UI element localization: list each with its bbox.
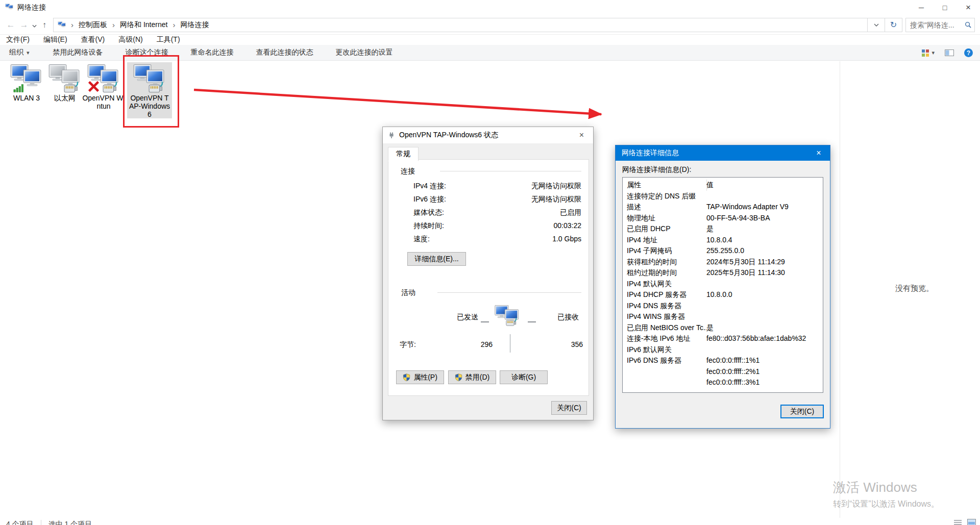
menu-item[interactable]: 查看(V) [81,35,105,44]
details-row[interactable]: 描述 TAP-Windows Adapter V9 [623,202,823,213]
details-row[interactable]: IPv4 默认网关 [623,279,823,290]
wifi-adapter-icon [10,64,43,93]
adapter-label: WLAN 3 [13,94,40,102]
menu-item[interactable]: 编辑(E) [43,35,67,44]
details-dialog-title: 网络连接详细信息 [622,148,679,158]
properties-button[interactable]: 属性(P) [396,370,444,384]
details-button[interactable]: 详细信息(E)... [407,252,466,266]
details-row[interactable]: IPv4 DHCP 服务器 10.8.0.0 [623,289,823,301]
details-row[interactable]: IPv4 WINS 服务器 [623,311,823,322]
preview-empty-text: 没有预览。 [895,284,934,293]
toolbar-command[interactable]: 查看此连接的状态 [256,48,313,57]
breadcrumb[interactable]: › 控制面板 › 网络和 Internet › 网络连接 ↻ [53,18,902,32]
breadcrumb-control-panel[interactable]: 控制面板 [79,20,107,30]
sent-label: 已发送 [457,313,478,322]
status-row: IPv6 连接: 无网络访问权限 [413,195,581,204]
details-row[interactable]: 获得租约的时间 2024年5月30日 11:14:29 [623,257,823,268]
search-box[interactable] [905,18,975,32]
ethernet-adapter-icon [48,64,81,93]
maximize-button[interactable]: □ [933,0,957,15]
details-row[interactable]: IPv4 子网掩码 255.255.0.0 [623,245,823,257]
window-title: 网络连接 [17,3,46,12]
selected-count: 选中 1 个项目 [41,520,92,525]
status-dialog-close-icon[interactable]: × [570,127,593,143]
bytes-divider [510,334,510,353]
details-list-label: 网络连接详细信息(D): [622,165,691,174]
preview-pane-divider[interactable] [840,61,840,518]
status-row: 持续时间: 00:03:22 [413,221,581,231]
details-row[interactable]: fec0:0:0:ffff::3%1 [623,377,823,388]
disable-button[interactable]: 禁用(D) [448,370,496,384]
details-row[interactable]: 物理地址 00-FF-5A-94-3B-BA [623,213,823,224]
activate-windows-watermark: 激活 Windows 转到“设置”以激活 Windows。 [833,479,939,510]
details-row[interactable]: 已启用 NetBIOS over Tc... 是 [623,322,823,334]
organize-button[interactable]: 组织 ▾ [9,48,30,57]
items-count: 4 个项目 [6,520,34,525]
preview-pane-button[interactable] [945,49,954,56]
crumb-separator-icon: › [71,20,74,29]
value-column-header: 值 [706,180,823,191]
address-dropdown-button[interactable] [867,18,885,32]
details-row[interactable]: IPv6 默认网关 [623,344,823,356]
menu-item[interactable]: 工具(T) [157,35,180,44]
activity-dash [528,321,536,322]
details-row[interactable]: 连接特定的 DNS 后缀 [623,191,823,202]
adapter-label: 以太网 [54,94,76,102]
minimize-button[interactable]: ─ [910,0,933,15]
menu-item[interactable]: 高级(N) [118,35,142,44]
details-dialog-close-icon[interactable]: × [807,145,830,161]
details-dialog: 网络连接详细信息 × 网络连接详细信息(D): 属性 值 连接特定的 DNS 后… [615,145,830,429]
status-row: IPv4 连接: 无网络访问权限 [413,182,581,191]
history-chevron-icon[interactable] [31,20,38,30]
plug-icon [388,132,395,139]
diagnose-button[interactable]: 诊断(G) [500,370,548,384]
toolbar-command[interactable]: 禁用此网络设备 [53,48,103,57]
thumbnail-view-button[interactable] [967,519,976,525]
activity-dash [481,321,489,322]
tiles-view-icon [922,49,929,57]
change-view-button[interactable]: ▾ [922,49,935,57]
menu-bar: 文件(F)编辑(E)查看(V)高级(N)工具(T) [0,34,980,45]
details-row[interactable]: IPv6 DNS 服务器 fec0:0:0:ffff::1%1 [623,355,823,366]
toolbar-command[interactable]: 更改此连接的设置 [336,48,393,57]
menu-item[interactable]: 文件(F) [6,35,30,44]
details-row[interactable]: IPv4 地址 10.8.0.4 [623,235,823,246]
details-row[interactable]: IPv4 DNS 服务器 [623,301,823,312]
details-row[interactable]: 租约过期的时间 2025年5月30日 11:14:30 [623,267,823,279]
status-dialog: OpenVPN TAP-Windows6 状态 × 常规 连接 IPv4 连接:… [382,127,594,420]
adapter-label: OpenVPN Wintun [82,94,126,110]
back-button[interactable]: ← [4,20,17,30]
status-dialog-close-button[interactable]: 关闭(C) [551,401,587,415]
dropdown-arrow-icon: ▾ [932,49,935,56]
app-icon [5,3,13,12]
activity-computer-icon [495,305,519,327]
connection-rows: IPv4 连接: 无网络访问权限 IPv6 连接: 无网络访问权限 媒体状态: … [413,182,581,248]
toolbar-command[interactable]: 重命名此连接 [191,48,234,57]
status-row: 速度: 1.0 Gbps [413,235,581,244]
bytes-label: 字节: [400,340,416,349]
breadcrumb-network-connections[interactable]: 网络连接 [180,20,209,30]
address-bar: ← → ↑ › 控制面板 › 网络和 Internet › 网络连接 ↻ [0,15,980,35]
details-row[interactable]: 连接-本地 IPv6 地址 fe80::d037:56bb:afae:1dab%… [623,333,823,344]
close-button[interactable]: × [957,0,980,15]
details-row[interactable]: 已启用 DHCP 是 [623,223,823,235]
adapter-wlan3[interactable]: WLAN 3 [7,62,46,102]
tab-general[interactable]: 常规 [388,147,419,161]
breadcrumb-network-internet[interactable]: 网络和 Internet [120,20,167,30]
bytes-received-value: 356 [552,340,583,348]
refresh-button[interactable]: ↻ [885,18,902,32]
help-button[interactable]: ? [964,48,973,57]
uac-shield-icon [455,373,462,381]
search-input[interactable] [909,20,965,30]
details-dialog-close-button[interactable]: 关闭(C) [780,405,824,418]
property-column-header: 属性 [627,180,707,191]
forward-button[interactable]: → [17,20,31,30]
status-dialog-titlebar: OpenVPN TAP-Windows6 状态 [383,127,593,143]
location-icon [58,21,66,28]
disconnected-adapter-icon [87,64,120,93]
adapter-ethernet[interactable]: 以太网 [47,62,83,102]
details-view-button[interactable] [953,519,962,525]
adapter-openvpn-wintun[interactable]: OpenVPN Wintun [82,62,126,110]
up-button[interactable]: ↑ [38,20,51,30]
details-row[interactable]: fec0:0:0:ffff::2%1 [623,366,823,378]
